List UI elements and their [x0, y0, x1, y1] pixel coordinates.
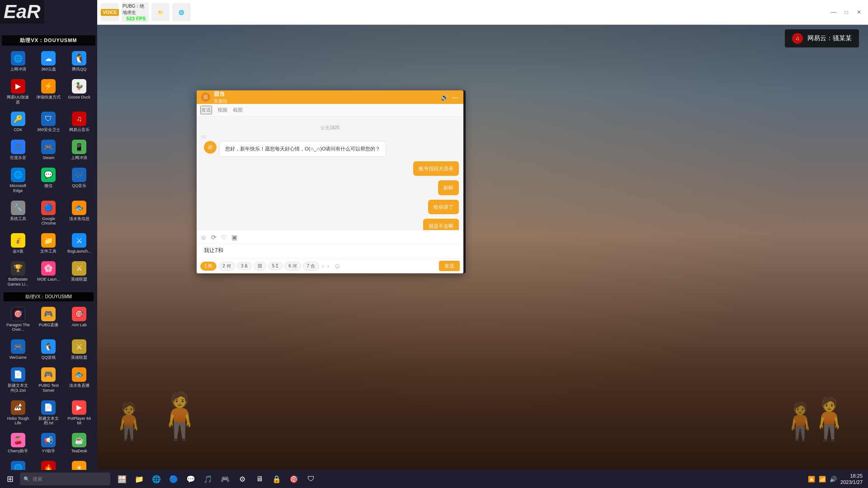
music-widget: ♫ 网易云：骚某某: [785, 29, 859, 47]
icon-lol[interactable]: ⚔ 英雄联盟: [65, 258, 94, 290]
icon-potplayer[interactable]: ▶ PotPlayer 64 bit: [65, 398, 94, 429]
icon-jinquan[interactable]: 💰 金X装: [4, 230, 33, 257]
icon-bsglauncher[interactable]: ⚔ BsgLaunch...: [65, 230, 94, 257]
icon-battlestate[interactable]: 🏆 Battlestate Games Li...: [4, 258, 33, 290]
close-btn[interactable]: ✕: [854, 7, 864, 18]
icon-360safe[interactable]: 🛡 360安全卫士: [34, 109, 63, 135]
taskbar-right: 🔼 📶 🔊 18:25 2023/1/27: [808, 473, 866, 486]
icon-newtext3[interactable]: 📄 新建文本文 件(3.1txt: [4, 365, 33, 396]
icon-qqgame2[interactable]: 🐧 QQ游戏: [34, 337, 63, 363]
chat-toolbar-send[interactable]: 发送: [200, 106, 212, 114]
chat-minimize-btn[interactable]: —: [452, 94, 459, 101]
icon-pubgtest[interactable]: 🎮 PUBG Test Server: [34, 365, 63, 396]
icon-baidumusic[interactable]: 🎵 百度乐音: [4, 137, 33, 163]
taskbar-app-7[interactable]: 🎮: [217, 471, 233, 487]
chat-bubble-sent-4: 就是不去啊: [423, 219, 459, 230]
chat-send-button[interactable]: 发送: [439, 261, 460, 271]
icon-yy[interactable]: 📢 YY助手: [34, 430, 63, 456]
taskbar-app-2[interactable]: 📁: [131, 471, 147, 487]
icon-edge[interactable]: 🌐 Microsoft Edge: [4, 165, 33, 196]
quick-reply-4[interactable]: 团: [254, 262, 266, 271]
icon-xinyou[interactable]: 🌐 XinYou6.0...: [4, 458, 33, 470]
taskbar-app-9[interactable]: 🖥: [251, 471, 268, 487]
quick-reply-6[interactable]: 6 河: [284, 262, 301, 271]
icon-mobile[interactable]: 📱 上网冲浪: [65, 137, 94, 163]
start-button[interactable]: ⊞: [2, 471, 18, 487]
icon-aimlab[interactable]: 🎯 Aim Lab: [65, 304, 94, 335]
chat-title-avatar: 甜: [201, 93, 210, 102]
chat-toolbar-screenshot[interactable]: 截图: [233, 107, 243, 113]
chat-volume-btn[interactable]: 🔊: [441, 94, 448, 101]
icon-qqmusic[interactable]: 🎶 QQ音乐: [65, 165, 94, 196]
icon-wechat[interactable]: 💬 微信: [34, 165, 63, 196]
taskbar-app-1[interactable]: 🪟: [114, 471, 130, 487]
music-logo-icon: ♫: [792, 33, 803, 44]
taskbar-app-8[interactable]: ⚙: [234, 471, 250, 487]
chat-date: 公元1825: [201, 125, 459, 131]
icon-chrome[interactable]: 🔵 Google Chrome: [34, 198, 63, 229]
emoji-quick[interactable]: ☺: [334, 262, 341, 270]
icon-pubglive[interactable]: 🎮 PUBG直播: [34, 304, 63, 335]
taskbar-app-12[interactable]: 🛡: [303, 471, 319, 487]
icon-fishinfo[interactable]: 🐟 淡水鱼信息: [65, 198, 94, 229]
icon-cdk[interactable]: 🔑 CDK: [4, 109, 33, 135]
taskbar: ⊞ 🔍 搜索 🪟 📁 🌐 🔵 💬 🎵 🎮 ⚙ 🖥 🔒 🎯 🛡 🔼 📶 🔊 18:…: [0, 470, 868, 488]
refresh-btn[interactable]: ⟳: [211, 234, 217, 241]
chat-toolbar-video[interactable]: 视频: [217, 107, 227, 113]
quick-reply-5[interactable]: 5 Σ: [268, 262, 283, 270]
quick-reply-prev[interactable]: ‹: [322, 263, 324, 269]
like-btn[interactable]: ♡: [221, 234, 227, 241]
desktop-icons-grid-2: 🎯 Paragon The Over... 🎮 PUBG直播 🎯 Aim Lab…: [2, 302, 95, 470]
icon-files[interactable]: 📁 文件工具: [34, 230, 63, 257]
icon-newtext[interactable]: 📄 新建文本文 档.txt: [34, 398, 63, 429]
taskbar-search[interactable]: 🔍 搜索: [20, 473, 110, 485]
taskbar-app-4[interactable]: 🔵: [165, 471, 182, 487]
icon-sysutil[interactable]: 🔧 系统工具: [4, 198, 33, 229]
quick-reply-next[interactable]: ›: [327, 263, 329, 269]
icon-teadesk[interactable]: ☕ TeaDesk: [65, 430, 94, 456]
icon-steam[interactable]: 🎮 Steam: [34, 137, 63, 163]
taskbar-app-10[interactable]: 🔒: [269, 471, 285, 487]
restore-btn[interactable]: □: [841, 7, 852, 18]
taskbar-file[interactable]: 📁: [151, 3, 170, 21]
icon-msi[interactable]: 🔥 MSI Afterburner: [34, 458, 63, 470]
icon-hobo[interactable]: 🏕 Hobo Tough Life: [4, 398, 33, 429]
pubg-title[interactable]: PUBG：绝地求生 523 FPS: [122, 2, 149, 22]
icon-paragon[interactable]: 🎯 Paragon The Over...: [4, 304, 33, 335]
icon-fishlive[interactable]: 🐟 淡水鱼直播: [65, 365, 94, 396]
taskbar-time[interactable]: 18:25 2023/1/27: [840, 473, 863, 486]
icon-network[interactable]: 🌐 上网冲浪: [4, 48, 33, 75]
chat-input-field[interactable]: 我让7和: [200, 245, 227, 258]
taskbar-app-11[interactable]: 🎯: [286, 471, 302, 487]
quick-reply-1[interactable]: 1 和: [200, 262, 217, 271]
chat-input-area: ☺ ⟳ ♡ ▣ 我让7和 1 和 2 何 3 & 团 5 Σ 6 河 7 合 ‹: [197, 230, 463, 273]
icon-163music[interactable]: ♫ 网易云音乐: [65, 109, 94, 135]
minimize-btn[interactable]: —: [828, 7, 839, 18]
chat-msg-sent-1: 账号找回大语录: [201, 161, 459, 176]
icon-wegame[interactable]: 🎮 WeGame: [4, 337, 33, 363]
taskbar-sound-icon[interactable]: 🔊: [830, 476, 837, 483]
icon-lol2[interactable]: ⚔ 英雄联盟: [65, 337, 94, 363]
icon-360cloud[interactable]: ☁ 360云盘: [34, 48, 63, 75]
chat-bubble-sent-1: 账号找回大语录: [413, 161, 459, 176]
taskbar-app-5[interactable]: 💬: [183, 471, 199, 487]
icon-qq[interactable]: 🐧 腾讯QQ: [65, 48, 94, 75]
taskbar-network-icon[interactable]: 📶: [819, 476, 826, 483]
grid-btn[interactable]: ▣: [231, 234, 237, 241]
quick-reply-3[interactable]: 3 &: [237, 262, 252, 270]
icon-quickway[interactable]: ⚡ 净场快速方式: [34, 76, 63, 108]
emoji-btn[interactable]: ☺: [200, 234, 207, 241]
voice-badge[interactable]: VOICE: [101, 3, 119, 21]
icon-cherry[interactable]: 🍒 Cherry助手: [4, 430, 33, 456]
taskbar-app-3[interactable]: 🌐: [148, 471, 165, 487]
quick-reply-2[interactable]: 2 何: [218, 262, 235, 271]
icon-sunlogin[interactable]: ☀ SunloginCli...: [65, 458, 94, 470]
quick-reply-7[interactable]: 7 合: [303, 262, 319, 271]
icon-moe[interactable]: 🌸 MOE Laun...: [34, 258, 63, 290]
icon-uu[interactable]: ▶ 网易UU加速器: [4, 76, 33, 108]
taskbar-browser[interactable]: 🌐: [172, 3, 190, 21]
chat-messages[interactable]: 公元1825 □□ 甜 您好，新年快乐！愿您每天好心情，O(∩_∩)O请问有什么…: [197, 117, 463, 230]
icon-goose[interactable]: 🦆 Goose Duck: [65, 76, 94, 108]
taskbar-app-6[interactable]: 🎵: [200, 471, 216, 487]
taskbar-tray-icon-1[interactable]: 🔼: [808, 476, 815, 483]
